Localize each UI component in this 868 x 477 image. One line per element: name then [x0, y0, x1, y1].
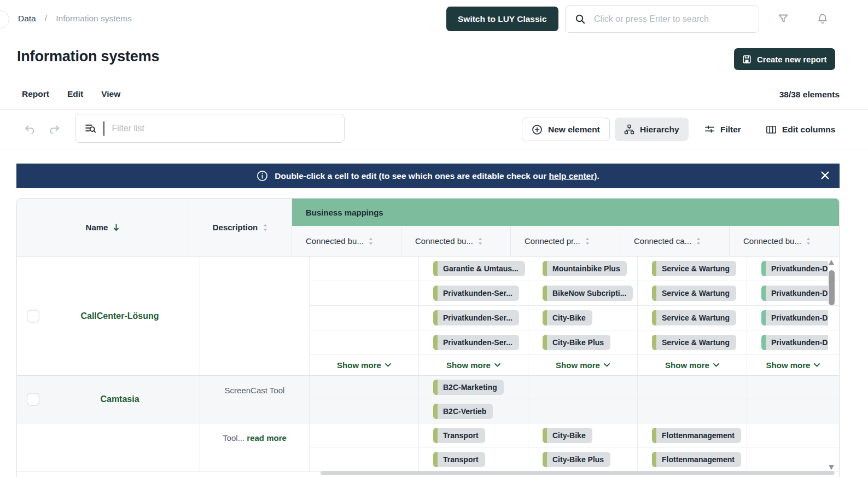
hierarchy-toggle-button[interactable]: Hierarchy	[615, 118, 689, 141]
filter-button[interactable]: Filter	[699, 118, 747, 141]
mapping-cell[interactable]: B2C-Marketing	[419, 376, 528, 399]
filter-funnel-icon[interactable]	[778, 13, 789, 26]
mapping-cell[interactable]: Privatkunden-Ser...	[419, 330, 528, 354]
mapping-tag[interactable]: Service & Wartung	[652, 261, 736, 276]
breadcrumb-data[interactable]: Data	[18, 14, 36, 24]
mapping-tag[interactable]: Privatkunden-Ser...	[433, 286, 519, 301]
mapping-tag[interactable]: Privatkunden-Ser...	[433, 310, 519, 325]
mapping-cell[interactable]	[310, 399, 419, 423]
mapping-tag[interactable]: Flottenmanagement	[652, 452, 741, 467]
mapping-tag[interactable]: Garantie & Umtaus...	[433, 261, 525, 276]
global-search-input[interactable]	[593, 14, 749, 25]
notifications-bell-icon[interactable]	[817, 13, 828, 27]
column-header-description[interactable]: Description	[189, 199, 292, 256]
column-header-name[interactable]: Name	[17, 199, 189, 256]
mapping-cell[interactable]	[310, 306, 419, 330]
show-more-link[interactable]: Show more	[337, 360, 391, 370]
mapping-cell[interactable]: City-Bike	[528, 306, 638, 330]
mapping-tag[interactable]: City-Bike	[543, 310, 592, 325]
mapping-cell[interactable]	[747, 423, 839, 447]
mapping-cell[interactable]: Flottenmanagement	[638, 447, 747, 472]
create-new-report-button[interactable]: Create new report	[734, 48, 835, 70]
mapping-cell[interactable]: Privatkunden-Ser...	[419, 306, 528, 330]
horizontal-scrollbar[interactable]	[321, 471, 835, 475]
description-cell[interactable]: ScreenCast Tool	[200, 376, 310, 423]
show-more-link[interactable]: Show more	[665, 360, 719, 370]
mapping-cell[interactable]	[310, 257, 419, 281]
mapping-cell[interactable]: City-Bike Plus	[528, 447, 638, 472]
global-search-field[interactable]	[565, 5, 759, 33]
mapping-tag[interactable]: City-Bike Plus	[543, 452, 610, 467]
mapping-tag[interactable]: Privatkunden-Dat...	[761, 286, 828, 301]
mapping-cell[interactable]: Garantie & Umtaus...	[419, 257, 528, 281]
mapping-tag[interactable]: Privatkunden-Dat...	[761, 261, 828, 276]
mapping-cell[interactable]: Flottenmanagement	[638, 423, 747, 447]
mapping-cell[interactable]	[747, 376, 839, 399]
mapping-cell[interactable]	[638, 399, 747, 423]
mapping-tag[interactable]: Privatkunden-Dat...	[761, 335, 828, 350]
switch-to-luy-classic-button[interactable]: Switch to LUY Classic	[446, 7, 558, 31]
mapping-tag[interactable]: Flottenmanagement	[652, 428, 741, 443]
mapping-cell[interactable]: Privatkunden-Dat...	[747, 306, 839, 330]
description-cell[interactable]: Tool... read more	[200, 423, 310, 472]
filter-list-input[interactable]	[112, 123, 335, 134]
mapping-tag[interactable]: Transport	[433, 428, 485, 443]
mapping-cell[interactable]: Service & Wartung	[638, 257, 747, 281]
mapping-cell[interactable]	[747, 447, 839, 472]
mapping-tag[interactable]: Service & Wartung	[652, 286, 736, 301]
element-name-link[interactable]: Camtasia	[100, 394, 139, 404]
mapping-tag[interactable]: Service & Wartung	[652, 310, 736, 325]
column-header-connected-5[interactable]: Connected bu...	[730, 226, 839, 256]
mapping-cell[interactable]: Transport	[419, 423, 528, 447]
column-header-connected-3[interactable]: Connected pr...	[511, 226, 620, 256]
mapping-tag[interactable]: Mountainbike Plus	[543, 261, 627, 276]
mapping-tag[interactable]: Privatkunden-Ser...	[433, 335, 519, 350]
mapping-tag[interactable]: B2C-Marketing	[433, 380, 504, 395]
read-more-link[interactable]: read more	[247, 433, 287, 443]
mapping-cell[interactable]: Privatkunden-Dat...	[747, 281, 839, 305]
show-more-link[interactable]: Show more	[766, 360, 820, 370]
new-element-button[interactable]: New element	[522, 118, 610, 141]
mapping-cell[interactable]	[528, 376, 638, 399]
element-name-link[interactable]: CallCenter-Lösung	[80, 311, 159, 321]
menu-report[interactable]: Report	[22, 89, 49, 99]
menu-edit[interactable]: Edit	[67, 89, 83, 99]
mapping-cell[interactable]: City-Bike Plus	[528, 330, 638, 354]
description-cell[interactable]	[200, 257, 310, 375]
show-more-link[interactable]: Show more	[556, 360, 610, 370]
mapping-tag[interactable]: Service & Wartung	[652, 335, 736, 350]
help-center-link[interactable]: help center	[549, 171, 595, 181]
scrollbar-thumb[interactable]	[829, 270, 835, 305]
undo-button[interactable]	[23, 123, 37, 137]
mapping-cell[interactable]	[310, 281, 419, 305]
mapping-cell[interactable]: Service & Wartung	[638, 330, 747, 354]
column-header-connected-4[interactable]: Connected ca...	[620, 226, 730, 256]
mapping-cell[interactable]: City-Bike	[528, 423, 638, 447]
row-checkbox[interactable]	[27, 393, 39, 406]
mapping-cell[interactable]	[638, 376, 747, 399]
mapping-cell[interactable]: Privatkunden-Ser...	[419, 281, 528, 305]
redo-button[interactable]	[48, 123, 61, 137]
mapping-cell[interactable]: B2C-Vertieb	[419, 399, 528, 423]
mapping-cell[interactable]	[747, 399, 839, 423]
mapping-tag[interactable]: City-Bike	[543, 428, 592, 443]
mapping-cell[interactable]	[528, 399, 638, 423]
scroll-down-arrow[interactable]	[829, 465, 834, 470]
mapping-cell[interactable]: Transport	[419, 447, 528, 472]
mapping-cell[interactable]	[310, 330, 419, 354]
mapping-cell[interactable]: Mountainbike Plus	[528, 257, 638, 281]
mapping-cell[interactable]	[310, 447, 419, 472]
mapping-cell[interactable]: Service & Wartung	[638, 306, 747, 330]
vertical-scrollbar[interactable]	[828, 257, 835, 476]
menu-view[interactable]: View	[101, 89, 120, 99]
filter-list-field[interactable]	[75, 114, 345, 143]
sidebar-toggle-button[interactable]	[0, 10, 9, 28]
mapping-cell[interactable]	[310, 423, 419, 447]
mapping-tag[interactable]: Privatkunden-Dat...	[761, 310, 828, 325]
mapping-cell[interactable]: BikeNow Subcripti...	[528, 281, 638, 305]
edit-columns-button[interactable]: Edit columns	[760, 118, 841, 141]
banner-close-button[interactable]	[819, 169, 831, 183]
column-header-connected-2[interactable]: Connected bu...	[401, 226, 511, 256]
column-header-connected-1[interactable]: Connected bu...	[292, 226, 401, 256]
show-more-link[interactable]: Show more	[446, 360, 500, 370]
